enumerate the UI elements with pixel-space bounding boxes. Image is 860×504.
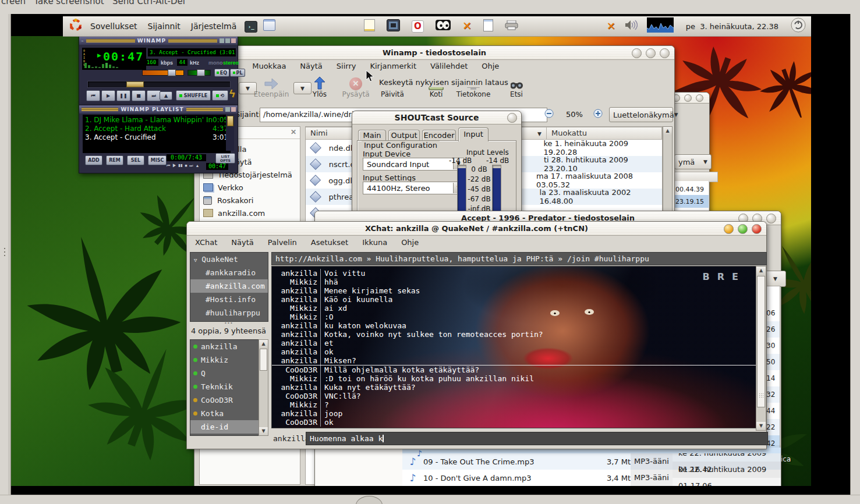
view-mode-dropdown[interactable]: Luettelonäkymä▼ [609,107,673,122]
user-item[interactable]: Kotka [190,407,259,420]
user-item-selected[interactable]: die-id [190,420,259,434]
playlist-item-current[interactable]: 3. Accept - Crucified3:01 [85,133,228,142]
zoom-in-button[interactable] [593,108,604,122]
quit-applet-icon[interactable]: ✕ [607,21,615,32]
network-row[interactable]: ▽ QuakeNet [190,253,268,266]
toolbar-up-button[interactable]: Ylös [304,74,335,98]
pl-button[interactable]: PL [230,69,245,77]
playlist-misc-button[interactable]: MISC [148,155,167,165]
menu-xchat[interactable]: XChat [195,238,217,247]
toolbar-forward-button[interactable]: Eteenpäin [252,74,291,98]
minimize-button-icon[interactable] [724,224,734,234]
ubuntu-logo-icon[interactable] [69,19,82,34]
viewer-grip[interactable] [3,247,8,257]
userlist-scrollbar[interactable]: ▲ ▼ [259,339,268,436]
menu-kirjanmerkit[interactable]: Kirjanmerkit [370,62,416,70]
winamp-titlebar[interactable]: ⌁ WINAMP [79,37,238,45]
opera-launcher-icon[interactable]: O [412,20,424,33]
terminal-launcher-icon[interactable]: ›_ [245,20,257,33]
pane-splitter[interactable]: • • • [190,321,267,326]
input-settings-select[interactable]: 44100Hz, Stereo ▼ [363,182,464,194]
volume-icon[interactable] [625,20,638,33]
close-sidebar-icon[interactable]: ✕ [291,128,296,136]
tab-output[interactable]: Output [388,130,420,141]
file-time-selected[interactable]: 23.19.15 [673,195,709,208]
tab-encoder[interactable]: Encoder [422,130,456,141]
menu-nayta[interactable]: Näytä [300,62,322,70]
notes-applet-icon[interactable] [364,19,375,34]
view-dropdown-fragment[interactable]: ▼ [765,271,786,287]
tree-expand-icon[interactable]: ▽ [194,257,197,263]
winamp-menu-icon[interactable]: ⌁ [81,38,84,44]
close-button-icon[interactable] [752,224,762,234]
scroll-up-icon[interactable]: ▲ [663,127,672,135]
shade-button-icon[interactable] [225,107,230,112]
next-button[interactable]: ⏭ [147,90,161,101]
chat-area[interactable]: BRE ankzillaVoi vittu Mikkizhhä ankzilla… [271,266,757,428]
eyes-applet-icon[interactable] [436,20,451,33]
playlist-sel-button[interactable]: SEL [127,155,144,165]
channel-item[interactable]: #ankkaradio [190,266,268,279]
window-button-icon[interactable] [684,94,692,102]
channel-item[interactable]: #Hosti.info [190,293,268,306]
topic-bar[interactable]: http://Ankzilla.com » Huuliharputtelua, … [271,252,767,265]
shuffle-button[interactable]: SHUFFLE [176,90,211,101]
menu-nayta[interactable]: Näytä [231,238,253,247]
user-item[interactable]: Q [190,367,259,380]
window-button-icon[interactable] [632,48,642,58]
window-button-icon[interactable] [646,48,656,58]
window-button-icon[interactable] [766,214,776,223]
play-button[interactable]: ▶ [101,90,115,101]
balance-slider[interactable] [187,70,211,76]
menu-ikkuna[interactable]: Ikkuna [362,238,387,247]
system-monitor-applet[interactable] [647,17,674,35]
view-mode-dropdown-fragment[interactable]: ymä▼ [674,154,712,169]
maximize-button-icon[interactable] [738,224,748,234]
user-item[interactable]: Mikkiz [190,353,259,367]
tab-main[interactable]: Main [358,130,386,141]
pause-button[interactable]: ❚❚ [116,90,130,101]
playlist-rem-button[interactable]: REM [106,155,123,165]
playlist-mini-transport[interactable]: ⏮ ▶ ❚❚ ■ ⏭ ▲ [167,164,200,168]
track-title[interactable]: 3. Accept - Crucified (3:01) [148,48,236,56]
sidebar-item-network[interactable]: Verkko [200,181,300,194]
menu-palvelin[interactable]: Palvelin [268,238,297,247]
tab-input-active[interactable]: Input [458,127,489,141]
window-button-icon[interactable] [507,113,517,123]
printer-applet-icon[interactable] [505,20,518,33]
xchat-titlebar[interactable]: XChat: ankzilla @ QuakeNet / #ankzilla.c… [187,222,766,236]
playlist-scrollbar[interactable] [226,115,234,151]
playlist-add-button[interactable]: ADD [85,155,102,165]
seek-thumb[interactable] [126,81,144,87]
minimize-button-icon[interactable] [220,38,224,43]
sidebar-item-trash[interactable]: Roskakori [200,194,300,207]
own-nick-button[interactable]: ankzilla [267,432,305,445]
eq-button[interactable]: EQ [214,69,229,77]
panel-clock[interactable]: pe 3. heinäkuuta, 22.38 [686,22,778,31]
panel-menu-system[interactable]: Järjestelmä [191,22,236,31]
channel-item[interactable]: #huuliharppu [190,306,268,320]
repeat-button[interactable]: ⟲ [212,90,228,101]
user-item[interactable]: Teknkik [190,380,259,393]
close-button-icon[interactable] [231,107,236,112]
zoom-level[interactable]: 50% [566,110,583,119]
zoom-out-button[interactable] [544,108,555,122]
menu-siirry[interactable]: Siirry [337,62,356,70]
scroll-up-icon[interactable]: ▲ [259,340,268,348]
user-item[interactable]: ankzilla [190,340,259,353]
menu-ohje[interactable]: Ohje [401,238,419,247]
eject-button[interactable]: ▲ [160,91,172,100]
menu-valilehdet[interactable]: Välilehdet [430,62,468,70]
stop-button[interactable]: ■ [132,90,146,101]
playlist-scroll-thumb[interactable] [227,116,233,126]
menu-muokkaa[interactable]: Muokkaa [252,62,286,70]
close-button-icon[interactable] [231,38,236,43]
file-time[interactable]: 00.44.39 [673,181,709,193]
sidebar-item-ankzilla-com[interactable]: ankzilla.com [200,207,300,219]
channel-item-active[interactable]: #ankzilla.com [190,279,268,293]
seek-bar[interactable] [87,81,231,88]
playlist-listopts-button[interactable]: LISTOPTS [215,153,235,164]
shoutcast-titlebar[interactable]: SHOUTcast Source [352,111,521,125]
scroll-down-icon[interactable]: ▼ [756,422,766,430]
viewer-toolbar-text[interactable]: creen Take screenshot Send Ctrl-Alt-Del [1,0,185,6]
